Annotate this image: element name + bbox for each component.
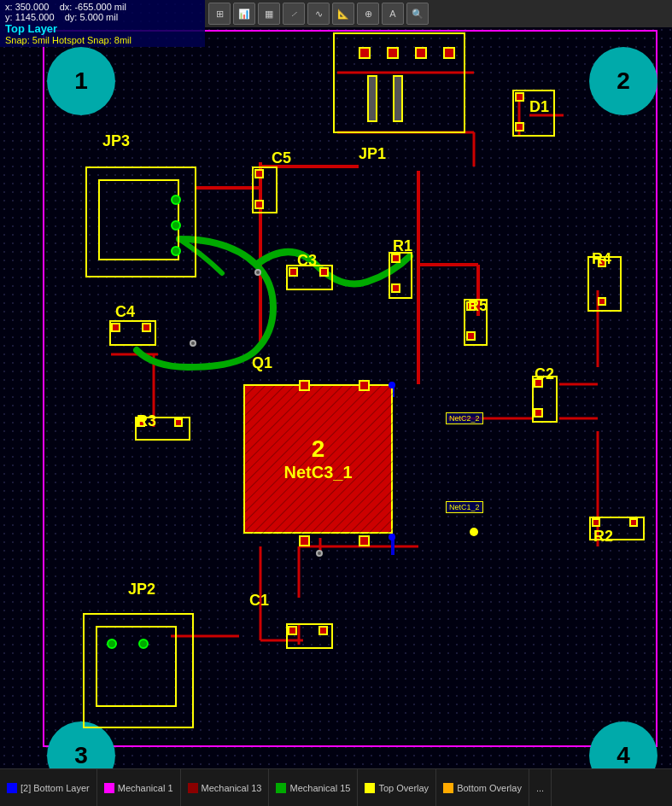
layer-mechanical1[interactable]: Mechanical 1 bbox=[97, 769, 181, 806]
corner-1: 1 bbox=[47, 47, 115, 115]
jp1-inner2 bbox=[393, 75, 403, 122]
ic-pad-bottom2 bbox=[359, 535, 370, 546]
mech13-label: Mechanical 13 bbox=[202, 783, 262, 793]
r3-pad1 bbox=[137, 418, 145, 427]
tool-grid[interactable]: ⊞ bbox=[208, 3, 231, 25]
via-1 bbox=[254, 269, 261, 276]
jp1-pad3 bbox=[415, 47, 427, 59]
y-label: y: bbox=[5, 12, 13, 22]
jp1-pad4 bbox=[443, 47, 455, 59]
net-c1-2-label: NetC1_2 bbox=[446, 501, 483, 513]
more-label: ... bbox=[536, 783, 544, 793]
d1-pad2 bbox=[515, 122, 524, 131]
tool-select[interactable]: ▦ bbox=[258, 3, 280, 25]
c3-pad1 bbox=[289, 267, 298, 277]
ic-pad-top2 bbox=[359, 380, 370, 391]
layer-more[interactable]: ... bbox=[529, 769, 552, 806]
layer-bottom-overlay[interactable]: Bottom Overlay bbox=[436, 769, 529, 806]
tool-component[interactable]: ⊕ bbox=[357, 3, 379, 25]
r1-pad2 bbox=[391, 283, 400, 293]
c1-pad2 bbox=[318, 626, 328, 635]
corner-2: 2 bbox=[589, 47, 657, 115]
r1-pad1 bbox=[391, 254, 400, 263]
x-value: 350.000 bbox=[15, 2, 50, 12]
jp3-pad3 bbox=[171, 246, 181, 256]
c2-pad2 bbox=[534, 408, 543, 418]
dy-value: 5.000 mil bbox=[80, 12, 119, 22]
jp2-inner bbox=[96, 626, 177, 707]
d1-pad1 bbox=[515, 92, 524, 102]
jp2-pad1 bbox=[107, 639, 117, 649]
jp2-pad2 bbox=[138, 639, 149, 649]
via-yellow-1 bbox=[470, 528, 478, 536]
r2-pad1 bbox=[592, 518, 600, 527]
c4-pad2 bbox=[142, 323, 151, 332]
active-layer: Top Layer bbox=[5, 22, 200, 35]
r4-pad1 bbox=[598, 259, 606, 267]
via-3 bbox=[316, 550, 323, 557]
tool-arc[interactable]: ∿ bbox=[307, 3, 330, 25]
toolbar: ⊞ 📊 ▦ ⟋ ∿ 📐 ⊕ A 🔍 bbox=[205, 0, 672, 27]
tool-text[interactable]: A bbox=[382, 3, 404, 25]
bottom-layer-label: [2] Bottom Layer bbox=[20, 783, 90, 793]
tool-zoom[interactable]: 🔍 bbox=[406, 3, 429, 25]
r2-pad2 bbox=[629, 518, 638, 527]
jp1-pad1 bbox=[359, 47, 371, 59]
status-bar: [2] Bottom Layer Mechanical 1 Mechanical… bbox=[0, 768, 672, 806]
mech13-color bbox=[188, 783, 198, 793]
dx-label: dx: bbox=[60, 2, 73, 12]
c5-pad1 bbox=[254, 169, 264, 178]
layer-mechanical15[interactable]: Mechanical 15 bbox=[269, 769, 358, 806]
dx-value: -655.000 mil bbox=[74, 2, 126, 12]
net-c2-2-label: NetC2_2 bbox=[446, 412, 483, 424]
layer-bottom[interactable]: [2] Bottom Layer bbox=[0, 769, 97, 806]
top-overlay-label: Top Overlay bbox=[378, 783, 429, 793]
r5-pad1 bbox=[466, 301, 476, 311]
layer-top-overlay[interactable]: Top Overlay bbox=[358, 769, 436, 806]
tool-chart[interactable]: 📊 bbox=[233, 3, 255, 25]
tool-measure[interactable]: 📐 bbox=[332, 3, 354, 25]
r5-pad2 bbox=[466, 331, 476, 341]
jp3-pad1 bbox=[171, 195, 181, 205]
bottom-layer-color bbox=[7, 783, 17, 793]
ic-pad-top1 bbox=[299, 380, 310, 391]
r4-pad2 bbox=[598, 297, 606, 306]
c1-pad1 bbox=[288, 626, 297, 635]
bottom-overlay-color bbox=[443, 783, 453, 793]
svg-rect-28 bbox=[245, 386, 394, 535]
mech15-label: Mechanical 15 bbox=[289, 783, 350, 793]
via-blue-2 bbox=[389, 534, 395, 540]
ic-pad-bottom1 bbox=[299, 535, 310, 546]
tool-route[interactable]: ⟋ bbox=[283, 3, 305, 25]
x-label: x: bbox=[5, 2, 13, 12]
pcb-canvas[interactable]: ⊞ 📊 ▦ ⟋ ∿ 📐 ⊕ A 🔍 x: 350.000 dx: -655.00… bbox=[0, 0, 672, 768]
c4-pad1 bbox=[111, 323, 120, 332]
jp1-inner1 bbox=[367, 75, 377, 122]
c5-pad2 bbox=[254, 200, 264, 209]
dy-label: dy: bbox=[65, 12, 78, 22]
top-overlay-color bbox=[365, 783, 375, 793]
layer-mechanical13[interactable]: Mechanical 13 bbox=[181, 769, 270, 806]
r3-pad2 bbox=[174, 418, 183, 427]
ic-component bbox=[243, 384, 393, 534]
snap-info: Snap: 5mil Hotspot Snap: 8mil bbox=[5, 35, 200, 45]
mech15-color bbox=[276, 783, 286, 793]
mech1-label: Mechanical 1 bbox=[118, 783, 173, 793]
jp3-pad2 bbox=[171, 220, 181, 231]
mech1-color bbox=[104, 783, 114, 793]
c3-pad2 bbox=[319, 267, 329, 277]
via-2 bbox=[190, 340, 196, 347]
jp3-inner bbox=[98, 179, 179, 260]
jp1-pad2 bbox=[387, 47, 399, 59]
y-value: 1145.000 bbox=[15, 12, 55, 22]
info-bar: x: 350.000 dx: -655.000 mil y: 1145.000 … bbox=[0, 0, 205, 47]
via-blue-1 bbox=[389, 382, 395, 388]
c2-pad1 bbox=[534, 378, 543, 388]
bottom-overlay-label: Bottom Overlay bbox=[457, 783, 522, 793]
